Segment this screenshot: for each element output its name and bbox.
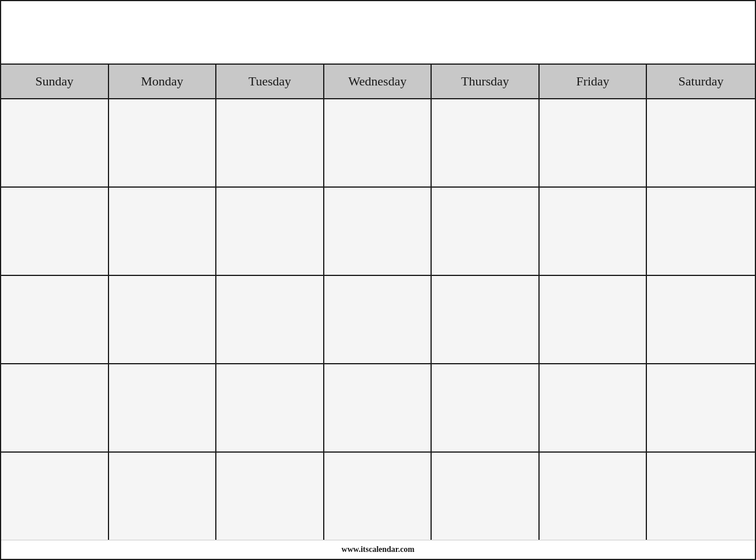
header-monday: Monday [109, 65, 217, 98]
cell-r4-c4[interactable] [324, 364, 432, 451]
cell-r4-c5[interactable] [432, 364, 540, 451]
day-headers-row: Sunday Monday Tuesday Wednesday Thursday… [1, 65, 755, 99]
cell-r5-c3[interactable] [216, 453, 324, 540]
cell-r4-c7[interactable] [647, 364, 755, 451]
cell-r3-c3[interactable] [216, 276, 324, 363]
calendar-row-3 [1, 276, 755, 364]
cell-r1-c7[interactable] [647, 99, 755, 186]
cell-r3-c6[interactable] [540, 276, 648, 363]
header-saturday: Saturday [647, 65, 755, 98]
calendar-title-area [1, 1, 755, 65]
cell-r1-c4[interactable] [324, 99, 432, 186]
cell-r5-c5[interactable] [432, 453, 540, 540]
cell-r3-c7[interactable] [647, 276, 755, 363]
cell-r2-c1[interactable] [1, 188, 109, 275]
cell-r4-c6[interactable] [540, 364, 648, 451]
cell-r1-c5[interactable] [432, 99, 540, 186]
cell-r4-c1[interactable] [1, 364, 109, 451]
footer-url: www.itscalendar.com [342, 545, 414, 554]
cell-r3-c5[interactable] [432, 276, 540, 363]
cell-r4-c3[interactable] [216, 364, 324, 451]
cell-r1-c6[interactable] [540, 99, 648, 186]
cell-r3-c1[interactable] [1, 276, 109, 363]
cell-r2-c5[interactable] [432, 188, 540, 275]
calendar-row-2 [1, 188, 755, 276]
header-friday: Friday [540, 65, 648, 98]
header-sunday: Sunday [1, 65, 109, 98]
calendar-container: Sunday Monday Tuesday Wednesday Thursday… [0, 0, 756, 560]
cell-r2-c6[interactable] [540, 188, 648, 275]
header-tuesday: Tuesday [216, 65, 324, 98]
header-thursday: Thursday [432, 65, 540, 98]
calendar-footer: www.itscalendar.com [1, 540, 755, 559]
header-wednesday: Wednesday [324, 65, 432, 98]
cell-r2-c7[interactable] [647, 188, 755, 275]
calendar-grid: Sunday Monday Tuesday Wednesday Thursday… [1, 65, 755, 540]
cell-r3-c4[interactable] [324, 276, 432, 363]
calendar-row-5 [1, 453, 755, 540]
cell-r1-c3[interactable] [216, 99, 324, 186]
cell-r2-c4[interactable] [324, 188, 432, 275]
cell-r2-c3[interactable] [216, 188, 324, 275]
cell-r1-c1[interactable] [1, 99, 109, 186]
cell-r5-c1[interactable] [1, 453, 109, 540]
cell-r4-c2[interactable] [109, 364, 217, 451]
cell-r5-c6[interactable] [540, 453, 648, 540]
cell-r1-c2[interactable] [109, 99, 217, 186]
cell-r2-c2[interactable] [109, 188, 217, 275]
cell-r3-c2[interactable] [109, 276, 217, 363]
cell-r5-c7[interactable] [647, 453, 755, 540]
calendar-body [1, 99, 755, 540]
cell-r5-c4[interactable] [324, 453, 432, 540]
calendar-row-4 [1, 364, 755, 453]
calendar-row-1 [1, 99, 755, 188]
cell-r5-c2[interactable] [109, 453, 217, 540]
